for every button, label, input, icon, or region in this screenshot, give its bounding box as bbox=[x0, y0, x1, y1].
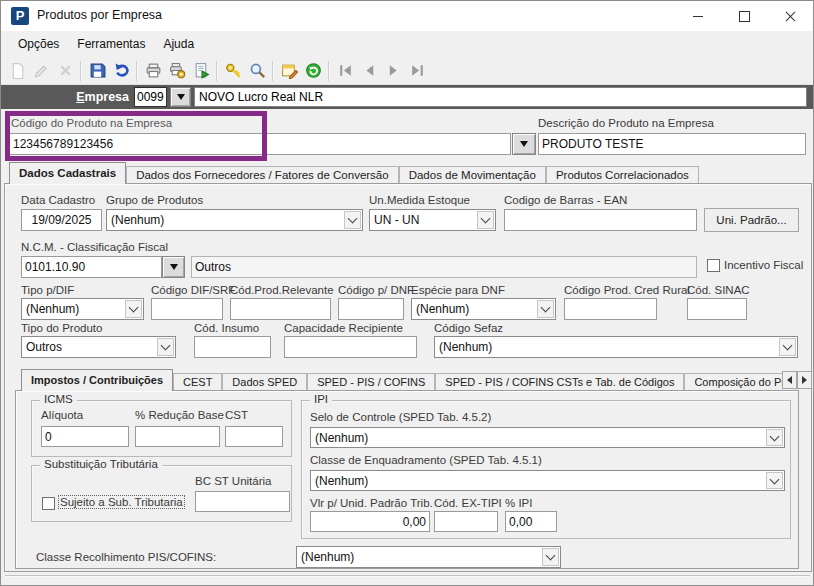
classe-recolhimento-combo[interactable]: (Nenhum) bbox=[296, 546, 561, 568]
combo-dropdown-button[interactable] bbox=[344, 211, 361, 229]
bc-st-input[interactable] bbox=[195, 491, 290, 512]
tab-dados-cadastrais[interactable]: Dados Cadastrais bbox=[9, 162, 126, 184]
cod-insumo-input[interactable] bbox=[194, 336, 271, 358]
cod-prod-relevante-input[interactable] bbox=[230, 298, 331, 320]
tab-sped-pis-cofins-csts[interactable]: SPED - PIS / COFINS CSTs e Tab. de Códig… bbox=[435, 373, 684, 391]
print-icon[interactable] bbox=[141, 59, 165, 83]
ex-tipi-input[interactable] bbox=[434, 511, 498, 532]
cod-sinac-label: Cód. SINAC bbox=[687, 284, 750, 296]
refresh-icon[interactable] bbox=[301, 59, 325, 83]
uni-padrao-button[interactable]: Uni. Padrão... bbox=[704, 208, 799, 232]
nav-last-icon[interactable] bbox=[405, 59, 429, 83]
report-icon[interactable] bbox=[189, 59, 213, 83]
undo-icon[interactable] bbox=[109, 59, 133, 83]
tab-impostos-contribuicoes[interactable]: Impostos / Contribuições bbox=[21, 369, 173, 391]
ean-input[interactable] bbox=[504, 209, 697, 231]
grupo-produtos-combo[interactable]: (Nenhum) bbox=[106, 209, 363, 231]
ncm-input[interactable] bbox=[21, 256, 162, 278]
tipo-dif-combo[interactable]: (Nenhum) bbox=[21, 298, 144, 320]
empresa-code-input[interactable] bbox=[134, 87, 167, 107]
minimize-icon bbox=[693, 16, 703, 17]
codigo-sefaz-combo[interactable]: (Nenhum) bbox=[434, 336, 798, 358]
cst-input[interactable] bbox=[225, 426, 283, 447]
combo-dropdown-button[interactable] bbox=[542, 548, 559, 566]
capacidade-input[interactable] bbox=[284, 336, 417, 358]
tipo-produto-combo[interactable]: Outros bbox=[21, 336, 176, 358]
reducao-base-input[interactable] bbox=[135, 426, 220, 447]
sujeito-sub-tributaria-checkbox[interactable] bbox=[42, 497, 55, 510]
capacidade-label: Capacidade Recipiente bbox=[284, 322, 403, 334]
menu-ferramentas[interactable]: Ferramentas bbox=[68, 31, 154, 57]
tabscroll-right-button[interactable] bbox=[797, 371, 812, 389]
incentivo-fiscal-checkbox[interactable] bbox=[707, 259, 720, 272]
save-icon[interactable] bbox=[85, 59, 109, 83]
tab-composicao-produto[interactable]: Composição do Produto bbox=[684, 373, 788, 391]
edit-form-icon[interactable] bbox=[277, 59, 301, 83]
permissions-key-icon[interactable] bbox=[221, 59, 245, 83]
minimize-button[interactable] bbox=[677, 1, 719, 31]
combo-dropdown-button[interactable] bbox=[157, 338, 174, 356]
sujeito-sub-tributaria-label[interactable]: Sujeito a Sub. Tributaria bbox=[59, 496, 184, 508]
combo-dropdown-button[interactable] bbox=[766, 472, 783, 489]
empresa-dropdown-button[interactable] bbox=[170, 87, 191, 107]
vlr-unid-padrao-label: Vlr p/ Unid. Padrão Trib. bbox=[310, 497, 433, 509]
codigo-produto-input[interactable] bbox=[9, 133, 511, 155]
arrow-down-icon bbox=[520, 141, 528, 147]
ipi-group-legend: IPI bbox=[310, 393, 332, 405]
classe-enquadramento-combo[interactable]: (Nenhum) bbox=[310, 470, 785, 491]
cod-sinac-input[interactable] bbox=[687, 298, 747, 320]
nav-next-icon[interactable] bbox=[381, 59, 405, 83]
nav-first-icon[interactable] bbox=[333, 59, 357, 83]
combo-dropdown-button[interactable] bbox=[125, 300, 142, 318]
search-icon[interactable] bbox=[245, 59, 269, 83]
tab-sped-pis-cofins[interactable]: SPED - PIS / COFINS bbox=[307, 373, 435, 391]
tab-label: SPED - PIS / COFINS bbox=[317, 376, 425, 388]
un-medida-label: Un.Medida Estoque bbox=[369, 194, 470, 206]
tipo-produto-label: Tipo do Produto bbox=[21, 322, 102, 334]
codigo-produto-dropdown-button[interactable] bbox=[512, 133, 536, 155]
codigo-dnf-input[interactable] bbox=[338, 298, 404, 320]
ncm-dropdown-button[interactable] bbox=[162, 256, 185, 278]
delete-icon bbox=[53, 59, 77, 83]
empresa-name-field[interactable] bbox=[194, 87, 807, 107]
edit-pencil-icon bbox=[29, 59, 53, 83]
close-button[interactable] bbox=[769, 1, 811, 31]
toolbar-separator bbox=[328, 61, 330, 81]
close-icon bbox=[785, 11, 796, 22]
tab-cest[interactable]: CEST bbox=[173, 373, 222, 391]
maximize-button[interactable] bbox=[723, 1, 765, 31]
combo-value: (Nenhum) bbox=[311, 431, 765, 445]
menu-ajuda[interactable]: Ajuda bbox=[154, 31, 203, 57]
combo-dropdown-button[interactable] bbox=[779, 338, 796, 356]
print-settings-icon[interactable] bbox=[165, 59, 189, 83]
combo-dropdown-button[interactable] bbox=[766, 429, 783, 446]
nav-prev-icon[interactable] bbox=[357, 59, 381, 83]
tab-produtos-correlacionados[interactable]: Produtos Correlacionados bbox=[546, 166, 699, 184]
empresa-bar: Empresa bbox=[1, 85, 813, 109]
selo-controle-combo[interactable]: (Nenhum) bbox=[310, 427, 785, 448]
ean-label: Codigo de Barras - EAN bbox=[504, 194, 627, 206]
pct-ipi-input[interactable] bbox=[505, 511, 557, 532]
new-document-icon bbox=[5, 59, 29, 83]
tab-dados-fornecedores[interactable]: Dados dos Fornecedores / Fatores de Conv… bbox=[126, 166, 399, 184]
combo-dropdown-button[interactable] bbox=[477, 211, 494, 229]
bc-st-label: BC ST Unitária bbox=[195, 475, 271, 487]
un-medida-combo[interactable]: UN - UN bbox=[369, 209, 496, 231]
tab-dados-sped[interactable]: Dados SPED bbox=[222, 373, 307, 391]
vlr-unid-padrao-input[interactable] bbox=[310, 511, 430, 532]
menu-opcoes[interactable]: Opções bbox=[9, 31, 68, 57]
combo-value: (Nenhum) bbox=[22, 302, 124, 316]
combo-value: (Nenhum) bbox=[435, 340, 778, 354]
tab-dados-movimentacao[interactable]: Dados de Movimentação bbox=[399, 166, 546, 184]
combo-dropdown-button[interactable] bbox=[537, 300, 554, 318]
especie-dnf-combo[interactable]: (Nenhum) bbox=[411, 298, 556, 320]
tabscroll-left-button[interactable] bbox=[782, 371, 797, 389]
codigo-produto-label: Código do Produto na Empresa bbox=[11, 117, 172, 129]
cred-rural-input[interactable] bbox=[564, 298, 657, 320]
data-cadastro-input[interactable] bbox=[21, 209, 102, 231]
codigo-dif-input[interactable] bbox=[151, 298, 223, 320]
descricao-produto-input[interactable] bbox=[538, 133, 806, 155]
aliquota-input[interactable] bbox=[41, 426, 129, 447]
main-tabstrip: Dados Cadastrais Dados dos Fornecedores … bbox=[4, 162, 814, 184]
chevron-down-icon bbox=[348, 214, 358, 224]
